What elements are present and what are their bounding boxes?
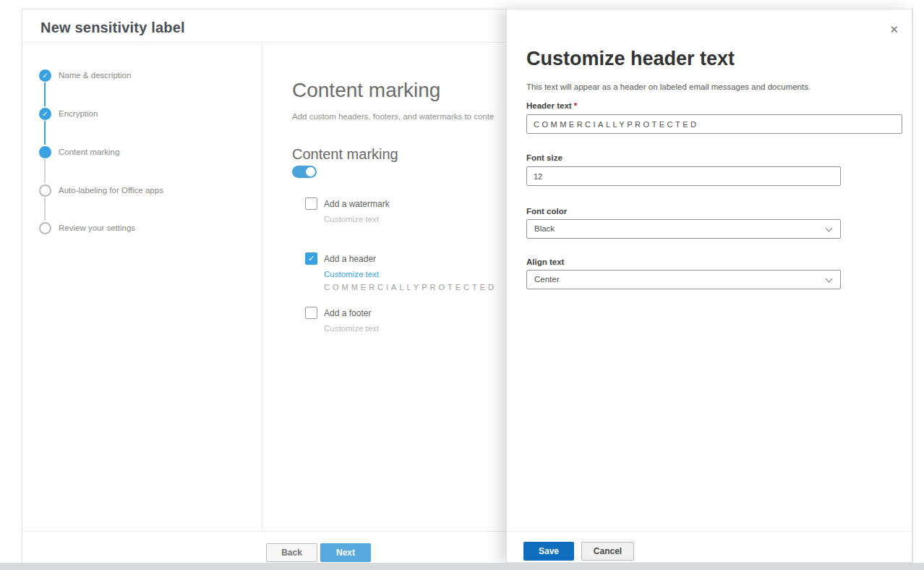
option-label: Add a watermark — [324, 199, 390, 209]
cancel-button[interactable]: Cancel — [581, 542, 634, 561]
option-label: Add a header — [324, 254, 376, 264]
align-text-label: Align text — [526, 258, 564, 266]
toggle-knob — [306, 167, 315, 176]
chevron-down-icon — [826, 276, 833, 283]
dialog-title: New sensitivity label — [40, 20, 185, 36]
step-complete-icon: ✓ — [39, 69, 51, 82]
step-connector — [44, 82, 46, 106]
font-size-label: Font size — [526, 153, 562, 162]
font-color-value: Black — [534, 224, 555, 233]
page-title: Content marking — [292, 79, 440, 102]
checkmark-icon: ✓ — [42, 72, 48, 80]
save-button[interactable]: Save — [523, 542, 574, 561]
header-text-preview: COMMERCIALLYPROTECTED — [324, 283, 497, 292]
checkmark-icon: ✓ — [42, 111, 48, 118]
step-label: Name & description — [59, 71, 131, 80]
bottom-strip — [0, 563, 924, 570]
required-asterisk: * — [574, 101, 577, 110]
panel-footer-divider — [507, 531, 912, 532]
step-todo-icon — [39, 184, 51, 197]
font-color-select[interactable]: Black — [526, 219, 841, 239]
chevron-down-icon — [826, 225, 833, 232]
step-label: Auto-labeling for Office apps — [59, 186, 163, 195]
screen: New sensitivity label ✓ Name & descripti… — [0, 0, 924, 570]
header-checkbox[interactable]: ✓ — [305, 252, 317, 265]
next-button[interactable]: Next — [320, 543, 371, 562]
step-complete-icon: ✓ — [39, 108, 51, 120]
align-text-value: Center — [534, 275, 560, 284]
step-label: Review your settings — [59, 224, 135, 232]
content-marking-section-title: Content marking — [292, 146, 398, 163]
step-todo-icon — [39, 222, 51, 234]
panel-description: This text will appear as a header on lab… — [526, 82, 810, 91]
field-label-text: Header text — [526, 101, 572, 110]
checkmark-icon: ✓ — [308, 255, 315, 263]
close-icon[interactable]: ✕ — [889, 24, 899, 35]
back-button[interactable]: Back — [266, 543, 317, 562]
wizard-stepper: ✓ Name & description ✓ Encryption Conten… — [22, 43, 262, 531]
header-text-label: Header text* — [526, 101, 577, 110]
content-marking-toggle[interactable] — [292, 166, 317, 178]
option-label: Add a footer — [324, 308, 371, 318]
step-label: Encryption — [59, 109, 98, 118]
footer-checkbox[interactable]: ✓ — [305, 307, 317, 319]
customize-header-text-panel: ✕ Customize header text This text will a… — [506, 9, 912, 563]
step-current-icon — [39, 146, 51, 158]
step-connector — [44, 159, 46, 183]
panel-title: Customize header text — [526, 48, 735, 70]
header-text-input[interactable] — [526, 114, 902, 134]
step-connector — [44, 197, 46, 221]
customize-watermark-link: Customize text — [324, 215, 379, 224]
watermark-checkbox[interactable]: ✓ — [305, 197, 317, 210]
customize-footer-link: Customize text — [324, 324, 379, 333]
customize-header-link[interactable]: Customize text — [324, 270, 379, 278]
step-label: Content marking — [59, 148, 119, 156]
page-subtitle: Add custom headers, footers, and waterma… — [292, 112, 494, 121]
align-text-select[interactable]: Center — [526, 270, 841, 289]
font-color-label: Font color — [526, 207, 567, 216]
font-size-input[interactable] — [526, 166, 841, 186]
step-connector — [44, 121, 46, 145]
